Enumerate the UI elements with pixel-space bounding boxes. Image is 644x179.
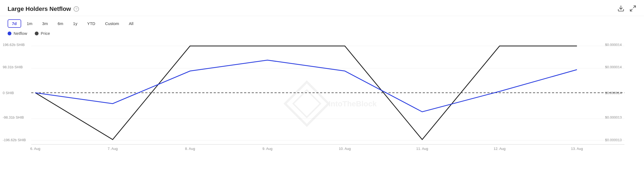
x-label-4: 10. Aug	[339, 147, 351, 151]
y-label-1: 98.31b SHIB	[3, 65, 23, 69]
price-dot	[35, 32, 39, 35]
time-btn-custom[interactable]: Custom	[101, 20, 123, 27]
netflow-line	[35, 60, 577, 112]
price-label: Price	[41, 31, 50, 36]
time-btn-all[interactable]: All	[125, 20, 138, 27]
chart-area: 196.62b SHIB 98.31b SHIB 0 SHIB -98.31b …	[0, 38, 644, 153]
time-btn-ytd[interactable]: YTD	[83, 20, 99, 27]
x-label-0: 6. Aug	[30, 147, 40, 151]
svg-text:IntoTheBlock: IntoTheBlock	[329, 100, 377, 108]
chart-container: Large Holders Netflow ?	[0, 0, 644, 179]
netflow-dot	[8, 32, 11, 35]
time-btn-3m[interactable]: 3m	[38, 20, 52, 27]
y-right-label-4: $0.000013	[605, 138, 622, 142]
watermark: IntoTheBlock	[285, 82, 377, 125]
time-controls: 7d 1m 3m 6m 1y YTD Custom All	[0, 16, 644, 30]
y-label-4: -196.62b SHIB	[3, 138, 26, 142]
header-right	[617, 5, 636, 13]
y-label-2: 0 SHIB	[3, 91, 14, 95]
expand-icon[interactable]	[629, 5, 636, 13]
svg-line-1	[633, 6, 636, 8]
download-icon[interactable]	[617, 5, 624, 13]
help-icon[interactable]: ?	[74, 6, 79, 12]
time-btn-1y[interactable]: 1y	[69, 20, 81, 27]
time-btn-1m[interactable]: 1m	[23, 20, 37, 27]
netflow-label: Netflow	[14, 31, 27, 36]
y-right-label-3: $0.000013	[605, 115, 622, 119]
x-label-2: 8. Aug	[185, 147, 195, 151]
x-label-6: 12. Aug	[494, 147, 506, 151]
y-label-0: 196.62b SHIB	[3, 43, 25, 47]
x-label-3: 9. Aug	[263, 147, 273, 151]
y-label-3: -98.31b SHIB	[3, 115, 24, 119]
x-label-5: 11. Aug	[416, 147, 428, 151]
legend-netflow: Netflow	[8, 31, 27, 36]
page-title: Large Holders Netflow	[8, 5, 71, 13]
time-btn-7d[interactable]: 7d	[8, 19, 21, 28]
legend-price: Price	[35, 31, 50, 36]
header-left: Large Holders Netflow ?	[8, 5, 79, 13]
header: Large Holders Netflow ?	[0, 0, 644, 16]
svg-line-2	[630, 9, 632, 11]
legend: Netflow Price	[0, 30, 644, 38]
y-right-label-1: $0.000014	[605, 65, 622, 69]
svg-marker-4	[293, 90, 320, 117]
x-label-1: 7. Aug	[108, 147, 118, 151]
time-btn-6m[interactable]: 6m	[53, 20, 67, 27]
x-label-7: 13. Aug	[571, 147, 583, 151]
svg-marker-3	[285, 82, 329, 125]
y-right-label-0: $0.000014	[605, 43, 622, 47]
chart-svg: 196.62b SHIB 98.31b SHIB 0 SHIB -98.31b …	[0, 38, 644, 153]
